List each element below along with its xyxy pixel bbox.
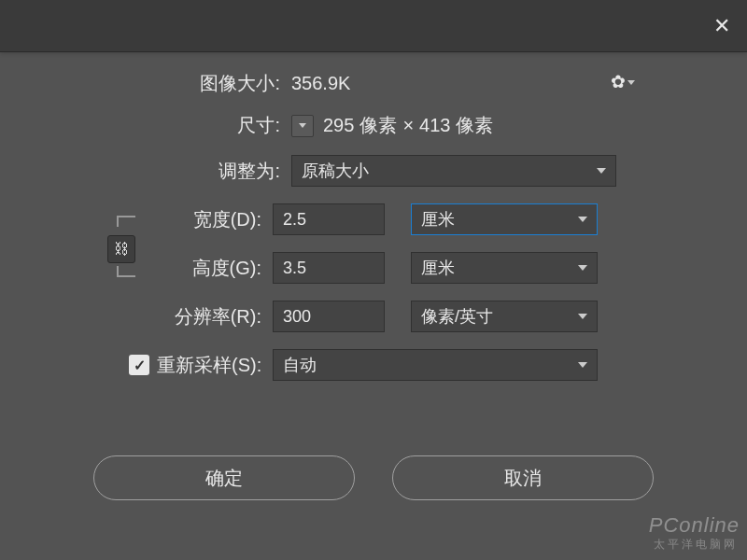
resolution-row: 分辨率(R): 像素/英寸 — [0, 301, 747, 332]
dim-width: 295 — [323, 115, 354, 136]
resample-row: ✓ 重新采样(S): 自动 — [0, 349, 747, 381]
px-label-2: 像素 — [456, 113, 493, 138]
fit-to-select[interactable]: 原稿大小 — [291, 155, 616, 187]
close-icon[interactable]: ✕ — [713, 14, 730, 38]
button-row: 确定 取消 — [0, 455, 747, 500]
link-icon[interactable]: ⛓ — [107, 235, 135, 263]
image-size-value: 356.9K — [291, 73, 350, 94]
dim-height: 413 — [419, 115, 450, 136]
link-constraint-bracket: ⛓ — [107, 205, 145, 289]
chevron-down-icon — [597, 168, 606, 174]
chevron-down-icon — [578, 217, 587, 222]
resample-select[interactable]: 自动 — [273, 349, 598, 381]
fit-to-label: 调整为: — [112, 159, 280, 184]
resolution-unit-value: 像素/英寸 — [421, 305, 493, 328]
dimensions-label: 尺寸: — [112, 113, 280, 138]
width-input[interactable] — [273, 203, 385, 235]
image-size-row: 图像大小: 356.9K — [0, 71, 747, 96]
times-symbol: × — [402, 115, 414, 136]
cancel-button[interactable]: 取消 — [392, 455, 654, 500]
width-unit-select[interactable]: 厘米 — [411, 203, 598, 235]
gear-icon: ✿ — [611, 72, 626, 91]
chevron-down-icon — [578, 362, 587, 368]
px-label-1: 像素 — [359, 113, 397, 138]
fit-to-row: 调整为: 原稿大小 — [0, 155, 747, 187]
height-label: 高度(G): — [159, 256, 261, 281]
resample-checkbox[interactable]: ✓ — [129, 355, 149, 375]
chevron-down-icon — [627, 80, 635, 85]
settings-menu-button[interactable]: ✿ — [611, 71, 635, 92]
resample-value: 自动 — [283, 354, 317, 376]
chevron-down-icon — [578, 314, 587, 319]
resolution-unit-select[interactable]: 像素/英寸 — [411, 301, 598, 332]
height-input[interactable] — [273, 252, 385, 284]
width-unit-value: 厘米 — [421, 208, 455, 231]
height-unit-value: 厘米 — [421, 257, 455, 279]
watermark-logo: PConline — [649, 513, 740, 538]
dimensions-value: 295 像素 × 413 像素 — [323, 113, 493, 138]
ok-button[interactable]: 确定 — [93, 455, 355, 500]
dimensions-row: 尺寸: 295 像素 × 413 像素 — [0, 113, 747, 138]
image-size-label: 图像大小: — [0, 71, 280, 96]
dialog-content: 图像大小: 356.9K 尺寸: 295 像素 × 413 像素 调整为: 原稿… — [0, 52, 747, 500]
resolution-input[interactable] — [273, 301, 385, 332]
titlebar: ✕ — [0, 0, 747, 52]
dimensions-unit-button[interactable] — [291, 115, 314, 137]
chevron-down-icon — [578, 265, 587, 271]
resolution-label: 分辨率(R): — [93, 304, 261, 329]
fit-to-value: 原稿大小 — [302, 160, 369, 182]
watermark-text: 太平洋电脑网 — [654, 537, 738, 553]
height-unit-select[interactable]: 厘米 — [411, 252, 598, 284]
resample-label: 重新采样(S): — [157, 353, 261, 378]
width-label: 宽度(D): — [159, 207, 261, 232]
